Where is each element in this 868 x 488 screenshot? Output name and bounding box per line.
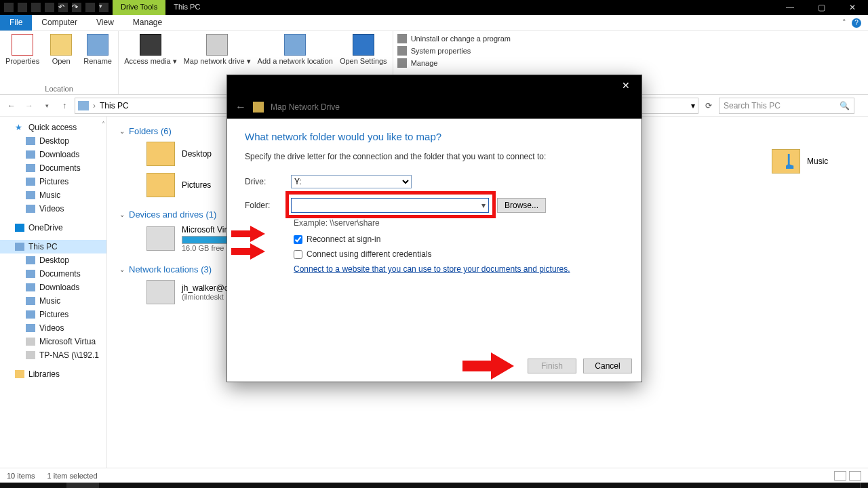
tree-item[interactable]: Videos <box>0 321 106 335</box>
qat-icon[interactable] <box>85 3 95 12</box>
rename-button[interactable]: Rename <box>83 34 113 83</box>
tree-item[interactable]: Desktop <box>0 134 106 148</box>
downloads-icon <box>26 283 35 291</box>
system-properties-button[interactable]: System properties <box>397 46 511 56</box>
tree-item[interactable]: Microsoft Virtua <box>0 335 106 348</box>
folder-row: Folder: ▾ Browse... <box>245 198 624 213</box>
tree-quick-access[interactable]: ★Quick access <box>0 121 106 134</box>
qat-icon[interactable] <box>45 3 54 12</box>
cancel-button[interactable]: Cancel <box>583 359 632 373</box>
open-button[interactable]: Open <box>46 34 76 83</box>
ribbon-group-location: Properties Open Rename Location <box>0 31 119 94</box>
desktop-icon <box>26 256 35 264</box>
collapse-icon[interactable]: ⌄ <box>119 266 125 273</box>
dialog-back-button[interactable]: ← <box>235 101 246 113</box>
tab-view[interactable]: View <box>87 15 123 30</box>
taskbar-mail[interactable]: ✉ <box>132 483 164 488</box>
properties-icon <box>12 34 33 56</box>
videos-icon <box>26 324 35 332</box>
chevron-down-icon: ▾ <box>481 201 486 210</box>
manage-button[interactable]: Manage <box>397 58 511 68</box>
view-tiles-button[interactable] <box>849 471 861 481</box>
system-tray[interactable]: 🛡 🖧 🔇 15:04 12/02/2019 💬 <box>757 483 867 488</box>
properties-button[interactable]: Properties <box>5 34 39 83</box>
dialog-footer: Finish Cancel <box>227 350 642 382</box>
nav-forward-button[interactable]: → <box>22 98 37 113</box>
tree-item[interactable]: Downloads <box>0 281 106 294</box>
finish-button[interactable]: Finish <box>528 359 576 373</box>
tree-item[interactable]: Music <box>0 188 106 202</box>
folder-label: Folder: <box>245 201 283 210</box>
view-details-button[interactable] <box>834 471 846 481</box>
folder-tile-music[interactable]: Music <box>772 149 828 174</box>
taskbar-terminal[interactable] <box>99 483 132 488</box>
uninstall-programs-button[interactable]: Uninstall or change a program <box>397 34 511 43</box>
tree-item[interactable]: TP-NAS (\\192.1 <box>0 348 106 362</box>
tree-item[interactable]: Pictures <box>0 175 106 188</box>
browse-button[interactable]: Browse... <box>497 198 546 213</box>
refresh-button[interactable]: ⟳ <box>701 101 716 110</box>
nav-back-button[interactable]: ← <box>4 98 19 113</box>
connect-website-link[interactable]: Connect to a website that you can use to… <box>294 264 624 274</box>
nav-up-button[interactable]: ↑ <box>57 98 72 113</box>
start-button[interactable]: ⊞ <box>1 483 34 488</box>
view-mode-buttons <box>834 471 861 481</box>
folder-label: Music <box>807 157 828 166</box>
dialog-close-button[interactable]: ✕ <box>610 80 642 91</box>
taskbar-edge[interactable]: e <box>34 483 66 488</box>
close-button[interactable]: ✕ <box>837 0 868 15</box>
status-bar: 10 items 1 item selected <box>0 468 868 483</box>
chevron-down-icon[interactable]: ▾ <box>99 3 108 12</box>
address-dropdown-icon[interactable]: ▾ <box>691 101 695 110</box>
show-desktop-button[interactable] <box>860 483 864 488</box>
tree-item[interactable]: Documents <box>0 267 106 281</box>
undo-icon[interactable]: ↶ <box>58 3 68 12</box>
reconnect-checkbox-row[interactable]: Reconnect at sign-in <box>294 235 624 244</box>
tab-computer[interactable]: Computer <box>32 15 87 30</box>
scroll-up-icon[interactable]: ˄ <box>102 121 105 128</box>
qat-icon[interactable] <box>4 3 14 12</box>
minimize-button[interactable]: — <box>774 0 806 15</box>
collapse-icon[interactable]: ⌄ <box>119 211 125 218</box>
tree-onedrive[interactable]: OneDrive <box>0 221 106 235</box>
map-network-drive-dialog: ✕ ← Map Network Drive What network folde… <box>226 75 642 382</box>
tab-this-pc[interactable]: This PC <box>165 0 208 15</box>
access-media-button[interactable]: Access media ▾ <box>124 34 177 83</box>
taskbar-settings[interactable]: ⚙ <box>164 483 197 488</box>
tab-drive-tools[interactable]: Drive Tools <box>113 0 165 15</box>
tab-file[interactable]: File <box>0 15 32 30</box>
tab-manage[interactable]: Manage <box>123 15 172 30</box>
tree-libraries[interactable]: Libraries <box>0 367 106 381</box>
navigation-pane[interactable]: ˄ ★Quick access Desktop Downloads Docume… <box>0 117 107 468</box>
maximize-button[interactable]: ▢ <box>806 0 837 15</box>
dialog-titlebar[interactable]: ✕ <box>227 75 642 96</box>
tree-item[interactable]: Desktop <box>0 253 106 267</box>
qat-icon[interactable] <box>18 3 27 12</box>
credentials-label: Connect using different credentials <box>307 249 432 259</box>
music-icon <box>26 297 35 305</box>
dialog-title: Map Network Drive <box>271 102 340 112</box>
collapse-ribbon-icon[interactable]: ˄ <box>842 18 846 27</box>
tree-item[interactable]: Music <box>0 294 106 308</box>
help-icon[interactable]: ? <box>852 18 861 28</box>
tree-item[interactable]: Videos <box>0 202 106 216</box>
tree-item[interactable]: Downloads <box>0 148 106 161</box>
redo-icon[interactable]: ↷ <box>72 3 81 12</box>
nav-recent-button[interactable]: ▾ <box>39 98 54 113</box>
reconnect-checkbox[interactable] <box>294 235 302 244</box>
taskbar[interactable]: ⊞ e ✉ ⚙ 🛍 🛡 🖧 🔇 15:04 12/02/2019 💬 <box>0 483 868 488</box>
drive-select[interactable]: Y: <box>291 175 412 188</box>
netloc-sub: (ilmiontdeskt <box>182 293 229 301</box>
taskbar-explorer[interactable] <box>66 483 99 488</box>
search-box[interactable]: Search This PC 🔍 <box>719 98 854 114</box>
credentials-checkbox[interactable] <box>294 250 302 259</box>
qat-icon[interactable] <box>31 3 41 12</box>
tree-item[interactable]: Pictures <box>0 308 106 321</box>
libraries-icon <box>15 370 24 378</box>
taskbar-store[interactable]: 🛍 <box>197 483 229 488</box>
tree-this-pc[interactable]: This PC <box>0 240 106 253</box>
folder-combobox[interactable]: ▾ <box>291 198 489 213</box>
tree-item[interactable]: Documents <box>0 161 106 175</box>
credentials-checkbox-row[interactable]: Connect using different credentials <box>294 249 624 259</box>
collapse-icon[interactable]: ⌄ <box>119 127 125 135</box>
